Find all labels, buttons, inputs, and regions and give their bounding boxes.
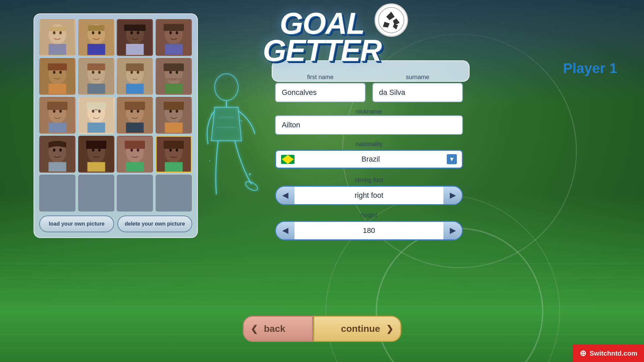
svg-rect-37: [87, 84, 105, 94]
svg-rect-19: [126, 44, 144, 55]
nationality-label: nationality: [275, 141, 463, 148]
svg-rect-69: [126, 123, 144, 133]
svg-rect-89: [86, 140, 106, 149]
avatar-cell-12[interactable]: [156, 97, 192, 134]
avatar-cell-9[interactable]: [39, 97, 75, 134]
first-name-label: first name: [307, 74, 333, 81]
svg-point-70: [130, 110, 133, 113]
back-button-label: back: [264, 323, 285, 334]
svg-point-63: [92, 110, 94, 113]
nickname-input[interactable]: [275, 115, 463, 135]
svg-point-100: [175, 148, 178, 152]
svg-rect-86: [87, 162, 105, 172]
nickname-label: nickname: [356, 108, 382, 115]
avatar-cell-20[interactable]: [156, 175, 192, 212]
svg-point-9: [59, 31, 62, 34]
first-name-input[interactable]: [275, 83, 366, 102]
svg-point-33: [59, 71, 62, 74]
svg-rect-16: [88, 25, 104, 31]
logo-line1: GOAL: [263, 10, 381, 37]
avatar-cell-15[interactable]: [117, 136, 153, 173]
svg-point-88: [98, 148, 101, 152]
back-arrow-icon: ❮: [251, 324, 258, 334]
height-increase-button[interactable]: ▶: [443, 222, 462, 239]
strong-foot-next-button[interactable]: ▶: [443, 187, 462, 204]
avatar-cell-17[interactable]: [39, 175, 75, 212]
svg-rect-31: [49, 84, 66, 94]
svg-point-57: [53, 110, 56, 113]
surname-input[interactable]: [372, 83, 463, 102]
avatar-cell-7[interactable]: [117, 58, 153, 95]
avatar-cell-13[interactable]: [39, 136, 75, 173]
brazil-flag-icon: [281, 155, 294, 164]
svg-point-21: [137, 31, 140, 34]
avatar-cell-4[interactable]: [156, 19, 192, 56]
switch-badge: ⊕ Switchntd.com: [573, 345, 644, 362]
avatar-cell-14[interactable]: [78, 136, 114, 173]
svg-point-8: [53, 31, 56, 34]
form-panel: first name surname nickname nationality …: [275, 74, 463, 247]
svg-point-44: [130, 71, 133, 74]
avatar-cell-5[interactable]: [39, 58, 75, 95]
svg-point-104: [244, 180, 259, 192]
logo-area: GOAL GETTER: [263, 10, 381, 64]
first-name-group: first name: [275, 74, 366, 102]
svg-rect-95: [125, 140, 145, 149]
avatar-cell-2[interactable]: [78, 19, 114, 56]
svg-point-82: [53, 148, 56, 152]
svg-rect-34: [48, 63, 67, 70]
svg-point-87: [92, 148, 94, 152]
logo-line2: GETTER: [263, 37, 381, 64]
continue-button[interactable]: continue ❯: [313, 316, 401, 342]
svg-point-71: [137, 110, 140, 113]
height-spinner: ◀ 180 ▶: [275, 221, 463, 240]
strong-foot-prev-button[interactable]: ◀: [276, 187, 294, 204]
svg-rect-22: [124, 24, 146, 31]
height-label: height: [275, 212, 463, 219]
svg-rect-28: [163, 24, 183, 31]
avatar-cell-19[interactable]: [117, 175, 153, 212]
avatar-cell-6[interactable]: [78, 58, 114, 95]
svg-point-102: [215, 74, 238, 101]
svg-point-0: [379, 7, 404, 33]
avatar-cell-1[interactable]: [39, 19, 75, 56]
flag-diamond: [282, 155, 294, 163]
svg-rect-7: [49, 44, 66, 55]
avatar-grid: [39, 19, 192, 212]
height-group: height ◀ 180 ▶: [275, 212, 463, 240]
svg-point-58: [59, 110, 62, 113]
height-decrease-button[interactable]: ◀: [276, 222, 294, 239]
svg-rect-25: [165, 44, 182, 55]
svg-rect-62: [87, 123, 105, 133]
continue-arrow-icon: ❯: [386, 324, 393, 334]
svg-point-109: [209, 160, 210, 162]
avatar-cell-18[interactable]: [78, 175, 114, 212]
nationality-select[interactable]: Brazil ▼: [275, 150, 463, 169]
svg-rect-53: [165, 78, 182, 81]
avatar-button-row: load your own picture delete your own pi…: [39, 216, 192, 232]
svg-point-45: [137, 71, 140, 74]
svg-point-20: [130, 31, 133, 34]
svg-point-26: [169, 31, 172, 34]
avatar-cell-11[interactable]: [117, 97, 153, 134]
load-picture-button[interactable]: load your own picture: [39, 216, 114, 232]
avatar-cell-16[interactable]: [156, 136, 192, 173]
svg-rect-78: [163, 102, 183, 110]
svg-rect-98: [165, 162, 182, 172]
avatar-cell-3[interactable]: [117, 19, 153, 56]
logo-ball-icon: [375, 3, 408, 37]
svg-rect-72: [125, 102, 145, 110]
avatar-cell-10[interactable]: [78, 97, 114, 134]
nationality-group: nationality Brazil ▼: [275, 141, 463, 169]
avatar-panel: load your own picture delete your own pi…: [34, 13, 198, 238]
delete-picture-button[interactable]: delete your own picture: [117, 216, 192, 232]
svg-point-32: [53, 71, 56, 74]
svg-point-38: [92, 71, 94, 74]
svg-rect-101: [163, 140, 183, 149]
player-label: Player 1: [563, 60, 617, 76]
navigation-buttons: ❮ back continue ❯: [243, 316, 401, 342]
back-button[interactable]: ❮ back: [243, 316, 313, 342]
strong-foot-spinner: ◀ right foot ▶: [275, 186, 463, 205]
nationality-dropdown-arrow[interactable]: ▼: [447, 154, 457, 164]
avatar-cell-8[interactable]: [156, 58, 192, 95]
